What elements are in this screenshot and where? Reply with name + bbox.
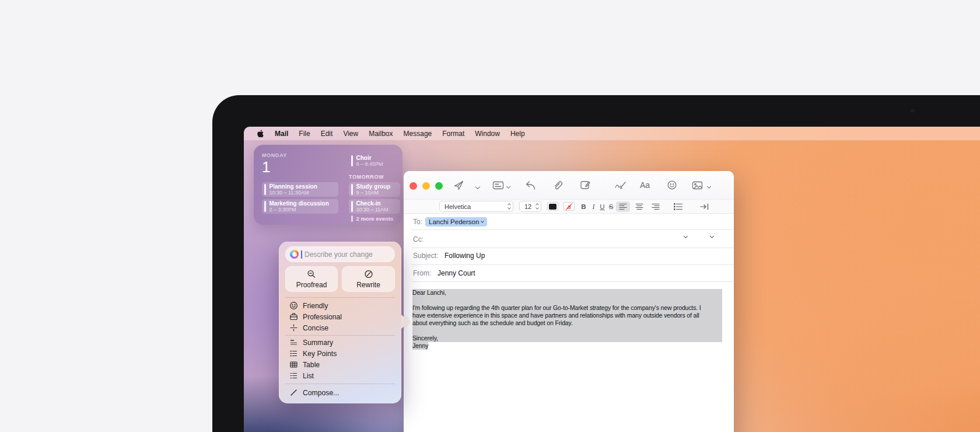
- reply-icon[interactable]: [525, 179, 537, 191]
- more-events-label: 2 more events: [356, 215, 394, 222]
- format-bar: Helvetica 12 a B I U: [404, 199, 734, 214]
- body-line: I'm following up regarding the 4th quart…: [412, 304, 722, 312]
- calendar-widget[interactable]: MONDAY 1 Planning session 10:30 – 11:30A…: [254, 145, 402, 225]
- summary-icon: [289, 338, 298, 347]
- event-title: Study group: [356, 183, 391, 190]
- event-time: 10:30 – 11AM: [356, 207, 388, 212]
- describe-change-input[interactable]: Describe your change: [285, 246, 395, 262]
- menu-item-file[interactable]: File: [299, 130, 310, 138]
- proofread-button[interactable]: Proofread: [285, 266, 338, 292]
- menu-item-key-points[interactable]: Key Points: [285, 348, 395, 359]
- briefcase-icon: [289, 312, 298, 322]
- rewrite-button[interactable]: Rewrite: [342, 266, 395, 292]
- menu-item-table[interactable]: Table: [285, 359, 395, 370]
- menu-item-concise[interactable]: Concise: [285, 322, 395, 333]
- highlight-glyph: a: [566, 203, 572, 210]
- menu-item-message[interactable]: Message: [404, 130, 432, 138]
- event-color-bar: [351, 215, 353, 222]
- text-caret: [301, 250, 302, 259]
- menu-item-compose[interactable]: Compose...: [285, 387, 395, 398]
- align-right-button[interactable]: [649, 201, 663, 212]
- indent-chevron-icon[interactable]: [710, 231, 713, 243]
- menu-item-friendly[interactable]: Friendly: [285, 300, 395, 311]
- font-color-well[interactable]: [547, 202, 558, 211]
- body-line: Jenny: [412, 342, 722, 350]
- input-placeholder: Describe your change: [304, 250, 373, 259]
- widget-event-planning[interactable]: Planning session 10:30 – 11:30AM: [262, 182, 338, 197]
- menu-item-list[interactable]: List: [285, 370, 395, 381]
- emoji-icon[interactable]: [667, 179, 677, 191]
- align-left-button[interactable]: [616, 201, 630, 212]
- send-options-chevron-icon[interactable]: [476, 182, 480, 193]
- menu-item-professional[interactable]: Professional: [285, 311, 395, 322]
- compose-toolbar: Aa: [404, 171, 734, 199]
- header-fields-chevron-icon[interactable]: [507, 182, 510, 193]
- desktop-screen: Mail File Edit View Mailbox Message Form…: [244, 127, 980, 432]
- concise-compress-icon: [289, 323, 298, 333]
- signature-icon[interactable]: [614, 179, 627, 191]
- photo-browser-icon[interactable]: [692, 179, 703, 191]
- widget-event-choir[interactable]: Choir 8 – 8:45PM: [349, 154, 400, 168]
- widget-event-study-group[interactable]: Study group 9 – 10AM: [349, 182, 400, 197]
- widget-more-events[interactable]: 2 more events: [349, 215, 393, 222]
- mail-compose-window: Aa Helvetica 12: [404, 171, 734, 432]
- selected-text-block: Dear Lanchi, I'm following up regarding …: [412, 289, 722, 342]
- widget-event-marketing[interactable]: Marketing discussion 2 – 3:30PM: [262, 199, 338, 214]
- send-icon[interactable]: [453, 179, 464, 191]
- header-fields-icon[interactable]: [492, 179, 504, 191]
- font-size-select[interactable]: 12: [519, 201, 541, 212]
- menu-separator: [285, 297, 395, 298]
- subject-value[interactable]: Following Up: [444, 252, 485, 260]
- font-family-select[interactable]: Helvetica: [439, 201, 513, 212]
- menu-item-mail[interactable]: Mail: [275, 130, 288, 138]
- to-label: To:: [413, 218, 422, 226]
- list-style-button[interactable]: [671, 201, 685, 212]
- markup-icon[interactable]: [580, 179, 591, 191]
- close-button[interactable]: [410, 182, 417, 190]
- italic-button[interactable]: I: [589, 201, 598, 211]
- list-style-chevron-icon[interactable]: [684, 231, 687, 243]
- highlight-color-well[interactable]: a: [564, 202, 575, 211]
- menu-item-view[interactable]: View: [343, 130, 358, 138]
- writing-tools-popover: Describe your change Proofread Rewrite: [279, 242, 401, 403]
- apple-intelligence-icon: [290, 250, 299, 259]
- menu-item-label: Compose...: [303, 389, 339, 397]
- menu-item-window[interactable]: Window: [475, 130, 500, 138]
- widget-event-check-in[interactable]: Check-in 10:30 – 11AM: [349, 199, 400, 214]
- font-size-value: 12: [524, 203, 531, 210]
- stepper-icon: [536, 204, 538, 209]
- menu-item-label: Professional: [303, 313, 342, 321]
- body-line: have extensive experience in this space …: [412, 312, 722, 319]
- widget-day-number: 1: [262, 159, 270, 175]
- menu-item-summary[interactable]: Summary: [285, 337, 395, 348]
- event-color-bar: [264, 201, 266, 212]
- event-time: 8 – 8:45PM: [356, 161, 383, 167]
- from-value[interactable]: Jenny Court: [438, 269, 475, 277]
- message-body[interactable]: Dear Lanchi, I'm following up regarding …: [412, 289, 722, 350]
- body-line: [412, 327, 722, 335]
- attach-icon[interactable]: [553, 179, 564, 191]
- format-text-icon[interactable]: Aa: [640, 179, 650, 191]
- photo-browser-chevron-icon[interactable]: [708, 182, 710, 193]
- zoom-button[interactable]: [435, 182, 443, 190]
- menu-item-edit[interactable]: Edit: [321, 130, 333, 138]
- field-separator: [412, 229, 734, 230]
- align-center-button[interactable]: [632, 201, 646, 212]
- apple-logo-icon[interactable]: [257, 129, 264, 138]
- menu-item-format[interactable]: Format: [442, 130, 464, 138]
- selected-word: Jenny: [412, 342, 428, 350]
- menu-item-help[interactable]: Help: [510, 130, 525, 138]
- strikethrough-button[interactable]: S: [607, 201, 615, 211]
- event-color-bar: [351, 184, 353, 195]
- underline-button[interactable]: U: [598, 201, 607, 211]
- event-title: Choir: [356, 155, 383, 161]
- bold-button[interactable]: B: [579, 201, 588, 211]
- field-separator: [412, 264, 734, 265]
- dash-list-icon: [289, 371, 298, 381]
- menu-item-mailbox[interactable]: Mailbox: [369, 130, 393, 138]
- minimize-button[interactable]: [422, 182, 430, 190]
- to-recipient-token[interactable]: Lanchi Pederson: [425, 217, 487, 227]
- indent-button[interactable]: [697, 201, 711, 212]
- event-title: Planning session: [270, 183, 317, 190]
- event-title: Marketing discussion: [270, 200, 329, 207]
